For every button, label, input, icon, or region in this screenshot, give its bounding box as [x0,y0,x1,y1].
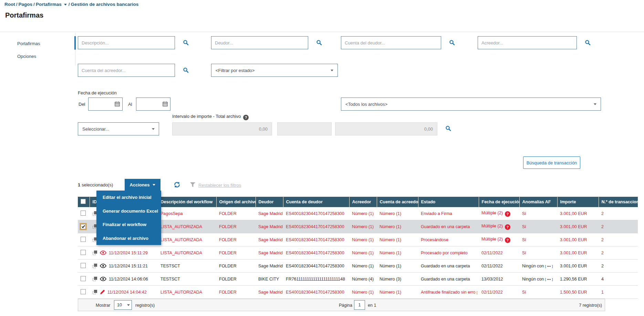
col-importe[interactable]: Importe [557,197,599,207]
view-icon[interactable] [100,251,106,255]
chevron-down-icon [153,184,155,186]
table-row[interactable]: LISTA_AUTORIZADAFOLDERSage MadridES40018… [78,220,638,233]
filter-funnel-icon [190,182,196,187]
expand-anomalias-button[interactable]: [ ••• ] [545,278,553,281]
refresh-icon[interactable] [173,181,181,188]
search-cuenta-acreedor-icon[interactable] [183,67,189,73]
row-checkbox[interactable] [81,237,86,242]
restablecer-filtros-link[interactable]: Restablecer los filtros [198,183,241,188]
search-cuenta-deudor-icon[interactable] [449,40,455,45]
page-size-select[interactable]: 10 [114,300,132,310]
row-checkbox[interactable] [81,224,86,229]
multiple-dates-question-icon[interactable]: ? [505,211,510,217]
cell-workflow-description: LISTA_AUTORIZADA [158,246,216,259]
view-icon[interactable] [100,277,106,281]
table-row[interactable]: 11/12/2024 14:04:42LISTA_AUTORIZADAFOLDE… [78,286,638,299]
cell-importe: 3.001,00 EUR [557,207,599,220]
cell-origen: FOLDER [216,286,256,299]
search-descripcion-icon[interactable] [183,40,189,45]
importe-min-field: 0,00 [172,122,272,135]
cell-cuenta-acreedor: Número (1) [377,233,418,246]
menu-item-generar-excel[interactable]: Generar documento Excel [96,204,161,218]
breadcrumb-pagos[interactable]: Pagos [19,2,33,7]
calendar-del-icon[interactable] [115,101,120,106]
expand-estado-button[interactable]: [ ••• ] [477,291,479,294]
expand-anomalias-button[interactable]: [ ••• ] [545,265,553,268]
sidebar-item-opciones[interactable]: Opciones [17,54,36,59]
acciones-button[interactable]: Acciones [125,179,160,191]
table-row[interactable]: PagosSepaFOLDERSage MadridES400182304417… [78,207,638,220]
cell-origen: FOLDER [216,259,256,273]
row-checkbox[interactable] [81,250,86,255]
cell-origen: FOLDER [216,246,256,259]
cell-workflow-description: TESTSCT [158,273,216,286]
cell-estado: Guardado en una carpeta [418,273,479,286]
table-row[interactable]: 11/12/2024 15:11:29LISTA_AUTORIZADAFOLDE… [78,246,638,259]
table-row[interactable]: 11/12/2024 14:06:06TESTSCTFOLDERBIKE CIT… [78,273,638,286]
importe-operator-select[interactable]: Seleccionar... [78,122,159,135]
menu-item-finalizar-workflow[interactable]: Finalizar el workflow [96,218,161,232]
cell-cuenta-deudor: ES4001823044170147258300 [283,220,349,233]
row-checkbox[interactable] [81,276,86,281]
cell-fecha: Múltiple (2)? [479,233,519,246]
descripcion-input[interactable] [78,36,175,49]
col-fecha[interactable]: Fecha de ejecución [479,197,519,207]
file-id: 11/12/2024 15:11:29 [109,251,148,255]
al-label: Al [128,102,132,107]
search-importe-icon[interactable] [445,125,451,131]
table-row[interactable]: 11/12/2024 15:11:21TESTSCTFOLDERSage Mad… [78,259,638,273]
row-checkbox[interactable] [81,289,86,294]
select-all-checkbox[interactable] [81,199,86,204]
cell-acreedor: Número (1) [349,207,377,220]
importe-mid-field [277,122,332,135]
cell-cuenta-deudor: ES4001823044170147258300 [283,246,349,259]
todos-archivos-select[interactable]: <Todos los archivos> [341,98,601,111]
cuenta-acreedor-input[interactable] [78,64,175,77]
col-descripcion[interactable]: Descripción del workflow [158,197,216,207]
cell-workflow-description: LISTA_AUTORIZADA [158,233,216,246]
page-title: Portafirmas [5,11,43,19]
col-acreedor[interactable]: Acreedor [349,197,377,207]
cell-fecha: 13/03/2012 [479,273,519,286]
cell-deudor: Sage Madrid [256,246,283,259]
estado-select[interactable]: <Filtrar por estado> [211,64,338,77]
acreedor-input[interactable] [478,36,577,49]
breadcrumb-root[interactable]: Root [4,2,15,7]
cell-anomalias: Sí [519,207,557,220]
cuenta-deudor-input[interactable] [341,36,441,49]
col-transacciones[interactable]: N.º de transacciones [599,197,638,207]
cell-cuenta-acreedor: Número (3) [377,273,418,286]
menu-item-editar-archivo[interactable]: Editar el archivo inicial [96,191,161,204]
busqueda-transaccion-button[interactable]: Búsqueda de transacción [523,156,580,169]
search-acreedor-icon[interactable] [585,40,591,45]
table-row[interactable]: LISTA_AUTORIZADAFOLDERSage MadridES40018… [78,233,638,246]
col-origen[interactable]: Origen del archivo [216,197,256,207]
breadcrumb-dropdown-icon[interactable] [64,4,67,6]
col-estado[interactable]: Estado [418,197,479,207]
row-checkbox[interactable] [81,211,86,216]
sidebar-item-portafirmas[interactable]: Portafirmas [17,41,40,46]
cell-fecha: Múltiple (2)? [479,207,519,220]
breadcrumb-portafirmas[interactable]: Portafirmas [36,2,62,7]
del-label: Del [79,102,85,107]
cell-fecha: 02/11/2022 [479,259,519,273]
calendar-al-icon[interactable] [163,101,168,106]
deudor-input[interactable] [211,36,308,49]
help-icon[interactable]: ? [243,115,249,120]
cell-workflow-description: PagosSepa [158,207,216,220]
view-icon[interactable] [100,264,106,268]
col-cuenta-deudor[interactable]: Cuenta de deudor [283,197,349,207]
edit-icon[interactable] [100,289,105,295]
cell-acreedor: Número (1) [349,286,377,299]
col-anomalias[interactable]: Anomalías AF [519,197,557,207]
col-cuenta-acreedor[interactable]: Cuenta de acreedor [377,197,418,207]
page-number-input[interactable] [354,300,365,310]
multiple-dates-question-icon[interactable]: ? [505,237,510,243]
menu-item-abandonar-archivo[interactable]: Abandonar el archivo [96,232,161,245]
cell-transacciones: 2 [599,246,638,259]
search-deudor-icon[interactable] [316,40,322,45]
cell-importe: 1.500,50 EUR [557,286,599,299]
col-deudor[interactable]: Deudor [256,197,283,207]
row-checkbox[interactable] [81,263,86,268]
multiple-dates-question-icon[interactable]: ? [505,224,510,230]
